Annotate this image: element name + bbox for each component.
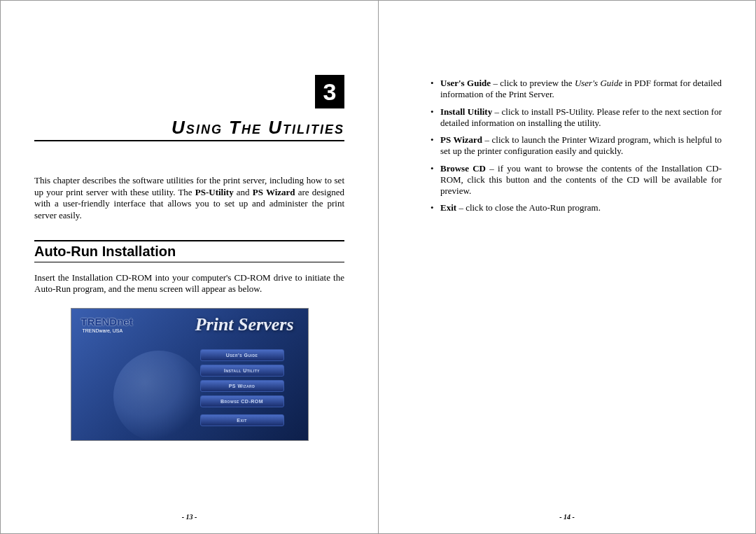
intro-text-2: and — [234, 187, 253, 197]
bullet-text: – click to launch the Printer Wizard pro… — [440, 134, 722, 156]
bullet-text: – click to close the Auto-Run program. — [456, 202, 601, 213]
autorun-menu: User's Guide Install Utility PS Wizard B… — [200, 349, 284, 430]
product-title: Print Servers — [195, 314, 294, 335]
menu-users-guide[interactable]: User's Guide — [200, 349, 284, 361]
chapter-number-box: 3 — [315, 75, 344, 108]
intro-bold-1: PS-Utility — [195, 187, 234, 197]
intro-bold-2: PS Wizard — [253, 187, 295, 197]
menu-browse-cd[interactable]: Browse CD-ROM — [200, 395, 284, 407]
page-number-right: - 14 - — [379, 513, 755, 521]
bullet-bold: Browse CD — [440, 163, 486, 174]
page-left: 3 Using The Utilities This chapter descr… — [0, 0, 378, 534]
bullet-text: – click to preview the — [491, 78, 575, 88]
bullet-bold: Exit — [440, 202, 456, 213]
bullet-bold: Install Utility — [440, 106, 492, 117]
page-number-left: - 13 - — [1, 513, 378, 521]
chapter-title: Using The Utilities — [34, 117, 344, 141]
brand-logo: TRENDnet — [81, 316, 133, 328]
globe-graphic — [113, 351, 204, 441]
chapter-intro: This chapter describes the software util… — [34, 175, 344, 222]
bullet-browse-cd: Browse CD – if you want to browse the co… — [430, 163, 722, 197]
bullet-bold: User's Guide — [440, 78, 491, 88]
autorun-screenshot: TRENDnet TRENDware, USA Print Servers Us… — [71, 308, 309, 441]
brand-subtitle: TRENDware, USA — [83, 328, 123, 333]
menu-install-utility[interactable]: Install Utility — [200, 365, 284, 377]
bullet-install-utility: Install Utility – click to install PS-Ut… — [430, 106, 722, 129]
section-body: Insert the Installation CD-ROM into your… — [34, 272, 344, 295]
menu-exit[interactable]: Exit — [200, 414, 284, 426]
bullet-users-guide: User's Guide – click to preview the User… — [430, 78, 722, 101]
bullet-ps-wizard: PS Wizard – click to launch the Printer … — [430, 134, 722, 157]
bullet-exit: Exit – click to close the Auto-Run progr… — [430, 202, 722, 213]
menu-ps-wizard[interactable]: PS Wizard — [200, 380, 284, 392]
page-right: User's Guide – click to preview the User… — [378, 0, 756, 534]
bullet-bold: PS Wizard — [440, 134, 482, 145]
feature-bullet-list: User's Guide – click to preview the User… — [412, 78, 722, 214]
section-title: Auto-Run Installation — [34, 240, 344, 262]
bullet-italic: User's Guide — [575, 78, 622, 88]
